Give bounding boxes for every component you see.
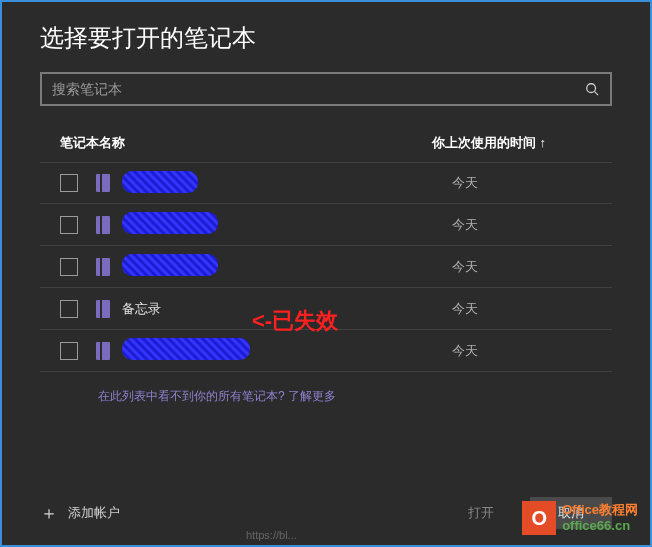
row-checkbox[interactable] bbox=[60, 174, 78, 192]
table-row[interactable]: 备忘录今天 bbox=[40, 288, 612, 330]
redacted-name bbox=[122, 254, 218, 276]
url-hint: https://bl... bbox=[246, 529, 297, 541]
help-message: 在此列表中看不到你的所有笔记本? bbox=[98, 389, 288, 403]
svg-line-1 bbox=[595, 92, 599, 96]
add-account-label: 添加帐户 bbox=[68, 504, 120, 522]
search-box bbox=[40, 72, 612, 106]
search-icon bbox=[585, 82, 599, 96]
notebook-name bbox=[122, 212, 452, 237]
list-header: 笔记本名称 你上次使用的时间 ↑ bbox=[2, 134, 650, 162]
column-header-time[interactable]: 你上次使用的时间 ↑ bbox=[432, 134, 592, 152]
notebook-name: 备忘录 bbox=[122, 300, 452, 318]
notebook-last-used: 今天 bbox=[452, 342, 592, 360]
table-row[interactable]: 今天 bbox=[40, 162, 612, 204]
redacted-name bbox=[122, 338, 250, 360]
plus-icon: ＋ bbox=[40, 501, 58, 525]
redacted-name bbox=[122, 212, 218, 234]
redacted-name bbox=[122, 171, 198, 193]
svg-point-0 bbox=[587, 84, 596, 93]
notebook-name bbox=[122, 171, 452, 196]
notebook-last-used: 今天 bbox=[452, 216, 592, 234]
row-checkbox[interactable] bbox=[60, 216, 78, 234]
table-row[interactable]: 今天 bbox=[40, 204, 612, 246]
search-button[interactable] bbox=[574, 74, 610, 104]
column-header-name[interactable]: 笔记本名称 bbox=[60, 134, 432, 152]
table-row[interactable]: 今天 bbox=[40, 330, 612, 372]
notebook-icon bbox=[96, 258, 110, 276]
notebook-last-used: 今天 bbox=[452, 174, 592, 192]
notebook-icon bbox=[96, 174, 110, 192]
cancel-button[interactable]: 取消 bbox=[530, 497, 612, 529]
notebook-icon bbox=[96, 342, 110, 360]
notebook-name bbox=[122, 254, 452, 279]
notebook-icon bbox=[96, 216, 110, 234]
notebook-name bbox=[122, 338, 452, 363]
help-text: 在此列表中看不到你的所有笔记本? 了解更多 bbox=[2, 372, 650, 405]
row-checkbox[interactable] bbox=[60, 258, 78, 276]
add-account-button[interactable]: ＋ 添加帐户 bbox=[40, 501, 120, 525]
table-row[interactable]: 今天 bbox=[40, 246, 612, 288]
row-checkbox[interactable] bbox=[60, 300, 78, 318]
notebook-list: 今天今天今天备忘录今天今天 bbox=[2, 162, 650, 372]
row-checkbox[interactable] bbox=[60, 342, 78, 360]
notebook-icon bbox=[96, 300, 110, 318]
search-input[interactable] bbox=[42, 74, 574, 104]
dialog-title: 选择要打开的笔记本 bbox=[2, 2, 650, 72]
learn-more-link[interactable]: 了解更多 bbox=[288, 389, 336, 403]
bottom-bar: ＋ 添加帐户 打开 取消 bbox=[2, 497, 650, 529]
notebook-last-used: 今天 bbox=[452, 258, 592, 276]
notebook-last-used: 今天 bbox=[452, 300, 592, 318]
open-button[interactable]: 打开 bbox=[440, 497, 522, 529]
